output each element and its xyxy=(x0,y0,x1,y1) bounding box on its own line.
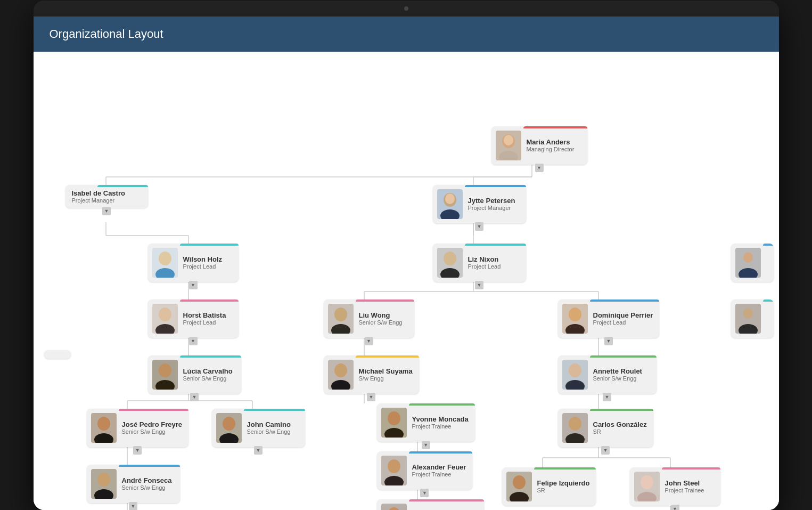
expand-liz[interactable]: ▼ xyxy=(475,281,483,289)
node-name-michael: Michael Suyama xyxy=(359,367,413,375)
expand-jytte[interactable]: ▼ xyxy=(475,222,483,231)
expand-alexander[interactable]: ▼ xyxy=(420,489,429,497)
node-title-isabel: Project Manager xyxy=(72,197,142,204)
app-title: Organizational Layout xyxy=(50,27,763,41)
node-annette[interactable]: Annette Roulet Senior S/w Engg ▼ xyxy=(558,355,657,394)
expand-john-c[interactable]: ▼ xyxy=(254,446,263,455)
node-john-steel[interactable]: John Steel Project Trainee ▼ xyxy=(630,467,720,506)
node-name-horst: Horst Batista xyxy=(183,311,232,319)
expand-michael[interactable]: ▼ xyxy=(367,393,375,401)
expand-liu[interactable]: ▼ xyxy=(365,337,373,345)
node-dominique[interactable]: Dominique Perrier Project Lead ▼ xyxy=(558,299,660,338)
node-bar-wilson xyxy=(180,244,239,246)
node-carlos[interactable]: Carlos González SR ▼ xyxy=(558,409,653,447)
expand-jose[interactable]: ▼ xyxy=(133,446,142,455)
node-bar-annette xyxy=(590,355,657,358)
expand-dominique[interactable]: ▼ xyxy=(604,337,613,345)
node-maria[interactable]: Maria Anders Managing Director ▼ xyxy=(491,126,587,165)
expand-horst[interactable]: ▼ xyxy=(189,337,198,345)
laptop-top-bar xyxy=(34,1,779,17)
org-container[interactable]: Maria Anders Managing Director ▼ Isabel … xyxy=(34,52,779,510)
node-felipe[interactable]: Felipe Izquierdo SR xyxy=(502,467,596,506)
node-name-carlos: Carlos González xyxy=(593,420,647,428)
node-title-carlos: SR xyxy=(593,428,647,435)
svg-point-94 xyxy=(388,411,400,425)
node-jytte[interactable]: Jytte Petersen Project Manager ▼ xyxy=(433,185,526,223)
avatar-john-steel xyxy=(634,472,660,501)
node-bar-alexander xyxy=(409,451,473,454)
node-bar-jose xyxy=(119,409,188,411)
svg-point-82 xyxy=(569,363,581,377)
avatar-alexander xyxy=(381,456,407,485)
node-info-yvonne: Yvonne Moncada Project Trainee xyxy=(412,415,469,430)
avatar-wilson xyxy=(152,248,178,278)
node-far-right2[interactable] xyxy=(731,299,774,338)
node-info-dominique: Dominique Perrier Project Lead xyxy=(593,311,653,326)
svg-point-98 xyxy=(569,417,581,431)
node-name-jose: José Pedro Freyre xyxy=(122,420,182,428)
node-name-felipe: Felipe Izquierdo xyxy=(537,479,590,487)
node-horst[interactable]: Horst Batista Project Lead ▼ xyxy=(148,299,239,338)
laptop-frame: Organizational Layout xyxy=(34,1,779,510)
node-name-jytte: Jytte Petersen xyxy=(468,197,520,205)
node-title-lucia: Senior S/w Engg xyxy=(183,375,235,382)
node-liu[interactable]: Liu Wong Senior S/w Engg ▼ xyxy=(324,299,414,338)
node-art[interactable]: Art Braunschweiger Project Trainee xyxy=(377,499,485,510)
expand-yvonne[interactable]: ▼ xyxy=(422,441,430,449)
node-name-john-c: John Camino xyxy=(247,420,299,428)
node-jose[interactable]: José Pedro Freyre Senior S/w Engg ▼ xyxy=(87,409,188,447)
node-name-liz: Liz Nixon xyxy=(468,255,520,263)
node-info-horst: Horst Batista Project Lead xyxy=(183,311,232,326)
node-left-partial[interactable] xyxy=(44,350,71,359)
svg-point-67 xyxy=(569,307,581,321)
node-alexander[interactable]: Alexander Feuer Project Trainee ▼ xyxy=(377,451,473,490)
expand-lucia[interactable]: ▼ xyxy=(190,393,199,401)
avatar-maria xyxy=(496,131,521,160)
node-info-jose: José Pedro Freyre Senior S/w Engg xyxy=(122,420,182,435)
node-far-right-top[interactable] xyxy=(731,244,774,282)
expand-john-steel[interactable]: ▼ xyxy=(671,505,679,510)
node-info-alexander: Alexander Feuer Project Trainee xyxy=(412,463,466,477)
node-john-c[interactable]: John Camino Senior S/w Engg ▼ xyxy=(212,409,305,447)
node-bar-liu xyxy=(356,299,414,302)
avatar-yvonne xyxy=(381,408,407,438)
node-name-lucia: Lúcia Carvalho xyxy=(183,367,235,375)
node-name-liu: Liu Wong xyxy=(359,311,408,319)
node-info-liz: Liz Nixon Project Lead xyxy=(468,255,520,270)
node-info-isabel: Isabel de Castro Project Manager xyxy=(72,189,142,204)
node-liz[interactable]: Liz Nixon Project Lead ▼ xyxy=(433,244,526,282)
avatar-carlos xyxy=(562,413,588,443)
expand-andre[interactable]: ▼ xyxy=(129,502,137,510)
node-title-alexander: Project Trainee xyxy=(412,471,466,477)
svg-point-54 xyxy=(743,252,753,263)
node-name-john-steel: John Steel xyxy=(665,479,714,487)
node-info-annette: Annette Roulet Senior S/w Engg xyxy=(593,367,650,382)
node-bar-john-c xyxy=(244,409,305,411)
expand-carlos[interactable]: ▼ xyxy=(601,446,610,455)
svg-point-69 xyxy=(743,308,753,319)
node-bar-john-steel xyxy=(662,467,720,469)
node-bar-far-right2 xyxy=(763,299,774,302)
expand-wilson[interactable]: ▼ xyxy=(189,281,198,289)
node-title-michael: S/w Engg xyxy=(359,375,413,382)
node-bar-horst xyxy=(180,299,239,302)
node-michael[interactable]: Michael Suyama S/w Engg ▼ xyxy=(324,355,419,394)
node-info-felipe: Felipe Izquierdo SR xyxy=(537,479,590,493)
expand-maria[interactable]: ▼ xyxy=(535,164,544,172)
avatar-jose xyxy=(91,413,117,443)
node-lucia[interactable]: Lúcia Carvalho Senior S/w Engg ▼ xyxy=(148,355,241,394)
node-andre[interactable]: André Fonseca Senior S/w Engg ▼ xyxy=(87,465,180,503)
node-info-maria: Maria Anders Managing Director xyxy=(527,138,581,152)
expand-isabel[interactable]: ▼ xyxy=(102,207,111,215)
node-name-isabel: Isabel de Castro xyxy=(72,189,142,197)
avatar-felipe xyxy=(506,472,532,501)
node-bar-dominique xyxy=(590,299,660,302)
node-isabel[interactable]: Isabel de Castro Project Manager ▼ xyxy=(65,185,148,208)
node-wilson[interactable]: Wilson Holz Project Lead ▼ xyxy=(148,244,239,282)
avatar-jytte xyxy=(437,189,463,219)
node-name-alexander: Alexander Feuer xyxy=(412,463,466,471)
expand-annette[interactable]: ▼ xyxy=(603,393,611,401)
node-name-dominique: Dominique Perrier xyxy=(593,311,653,319)
node-yvonne[interactable]: Yvonne Moncada Project Trainee ▼ xyxy=(377,403,475,442)
node-title-wilson: Project Lead xyxy=(183,263,232,270)
